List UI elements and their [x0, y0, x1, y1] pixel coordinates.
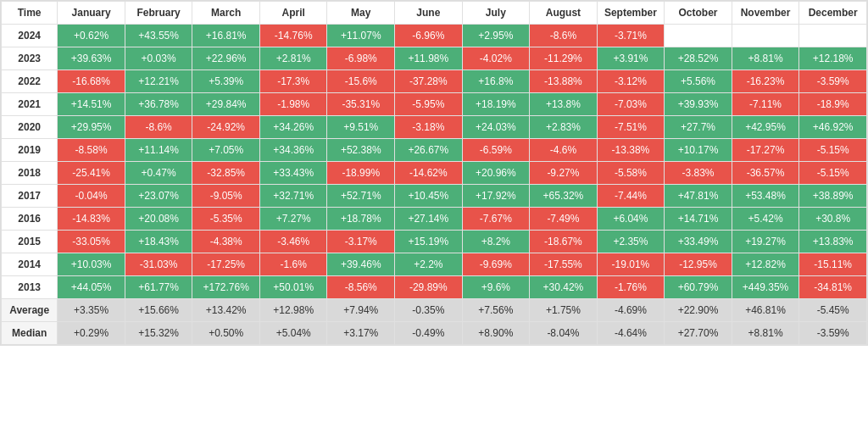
data-cell: -31.03% — [125, 253, 192, 276]
data-cell: -6.59% — [462, 139, 530, 162]
header-september: September — [597, 2, 665, 25]
data-cell: -7.67% — [462, 208, 530, 231]
data-cell: -6.96% — [395, 25, 463, 47]
year-cell: 2017 — [2, 185, 58, 208]
data-cell: -14.62% — [395, 162, 463, 185]
data-cell: -34.81% — [799, 276, 867, 299]
data-cell: -7.51% — [597, 116, 665, 139]
data-cell: -17.55% — [530, 253, 598, 276]
data-cell: -36.57% — [732, 162, 799, 185]
data-cell: -29.89% — [395, 276, 463, 299]
data-cell: -9.05% — [192, 185, 260, 208]
table-row: 2021+14.51%+36.78%+29.84%-1.98%-35.31%-5… — [2, 93, 867, 116]
data-cell: -5.35% — [192, 208, 260, 231]
data-cell: +12.82% — [732, 253, 799, 276]
data-cell: -19.01% — [597, 253, 665, 276]
year-cell: 2016 — [2, 208, 58, 231]
data-cell: +14.71% — [665, 208, 732, 231]
data-cell: +15.19% — [395, 231, 463, 253]
data-cell: +33.49% — [665, 231, 732, 253]
data-cell: +0.47% — [125, 162, 192, 185]
data-cell: +5.56% — [665, 70, 732, 93]
summary-cell: +46.81% — [732, 299, 799, 322]
data-cell: -14.76% — [259, 25, 327, 47]
data-cell: -7.11% — [732, 93, 799, 116]
data-cell: +32.71% — [259, 185, 327, 208]
data-cell: +46.92% — [799, 116, 867, 139]
data-cell: +17.92% — [462, 185, 530, 208]
data-cell: -15.6% — [327, 70, 395, 93]
summary-cell: +15.32% — [125, 322, 192, 345]
data-cell: +20.08% — [125, 208, 192, 231]
data-cell: +8.2% — [462, 231, 530, 253]
year-cell: 2013 — [2, 276, 58, 299]
summary-cell: +3.17% — [327, 322, 395, 345]
table-row: 2022-16.68%+12.21%+5.39%-17.3%-15.6%-37.… — [2, 70, 867, 93]
header-row: TimeJanuaryFebruaryMarchAprilMayJuneJuly… — [2, 2, 867, 25]
table-row: 2014+10.03%-31.03%-17.25%-1.6%+39.46%+2.… — [2, 253, 867, 276]
summary-cell: +7.56% — [462, 299, 530, 322]
data-cell: -16.23% — [732, 70, 799, 93]
table-body: 2024+0.62%+43.55%+16.81%-14.76%+11.07%-6… — [2, 25, 867, 345]
data-cell: -18.99% — [327, 162, 395, 185]
data-cell: +42.95% — [732, 116, 799, 139]
data-cell: -17.25% — [192, 253, 260, 276]
table-row: 2016-14.83%+20.08%-5.35%+7.27%+18.78%+27… — [2, 208, 867, 231]
data-cell — [732, 25, 799, 47]
data-cell: +28.52% — [665, 47, 732, 70]
data-cell: +29.95% — [58, 116, 125, 139]
data-cell: -3.12% — [597, 70, 665, 93]
data-cell: +2.83% — [530, 116, 598, 139]
data-cell: -8.6% — [530, 25, 598, 47]
data-cell: -1.76% — [597, 276, 665, 299]
summary-label: Median — [2, 322, 58, 345]
data-cell: -4.02% — [462, 47, 530, 70]
table-row: 2013+44.05%+61.77%+172.76%+50.01%-8.56%-… — [2, 276, 867, 299]
data-cell: +11.14% — [125, 139, 192, 162]
summary-cell: +8.81% — [732, 322, 799, 345]
year-cell: 2021 — [2, 93, 58, 116]
data-cell: +2.95% — [462, 25, 530, 47]
performance-table: TimeJanuaryFebruaryMarchAprilMayJuneJuly… — [1, 1, 867, 345]
data-cell: -13.88% — [530, 70, 598, 93]
data-cell: +27.7% — [665, 116, 732, 139]
data-cell: +12.21% — [125, 70, 192, 93]
data-cell: -0.04% — [58, 185, 125, 208]
table-row: 2019-8.58%+11.14%+7.05%+34.36%+52.38%+26… — [2, 139, 867, 162]
data-cell: +39.63% — [58, 47, 125, 70]
year-cell: 2019 — [2, 139, 58, 162]
header-october: October — [665, 2, 732, 25]
data-cell: +5.39% — [192, 70, 260, 93]
data-cell: +61.77% — [125, 276, 192, 299]
data-cell — [799, 25, 867, 47]
year-cell: 2018 — [2, 162, 58, 185]
data-cell: +44.05% — [58, 276, 125, 299]
data-cell: -9.27% — [530, 162, 598, 185]
data-cell: -18.9% — [799, 93, 867, 116]
data-cell: +34.26% — [259, 116, 327, 139]
data-cell: +7.05% — [192, 139, 260, 162]
data-cell: +16.81% — [192, 25, 260, 47]
data-cell: -1.6% — [259, 253, 327, 276]
data-cell: -3.71% — [597, 25, 665, 47]
summary-cell: -8.04% — [530, 322, 598, 345]
data-cell: -3.46% — [259, 231, 327, 253]
summary-cell: +7.94% — [327, 299, 395, 322]
header-time: Time — [2, 2, 58, 25]
summary-row: Average+3.35%+15.66%+13.42%+12.98%+7.94%… — [2, 299, 867, 322]
data-cell: -12.95% — [665, 253, 732, 276]
data-cell: +2.2% — [395, 253, 463, 276]
header-december: December — [799, 2, 867, 25]
data-cell: -9.69% — [462, 253, 530, 276]
data-cell: +449.35% — [732, 276, 799, 299]
year-cell: 2020 — [2, 116, 58, 139]
summary-cell: +1.75% — [530, 299, 598, 322]
header-february: February — [125, 2, 192, 25]
table-row: 2020+29.95%-8.6%-24.92%+34.26%+9.51%-3.1… — [2, 116, 867, 139]
summary-cell: -0.35% — [395, 299, 463, 322]
header-august: August — [530, 2, 598, 25]
data-cell: -7.49% — [530, 208, 598, 231]
table-row: 2017-0.04%+23.07%-9.05%+32.71%+52.71%+10… — [2, 185, 867, 208]
data-cell: +30.8% — [799, 208, 867, 231]
data-cell: -8.58% — [58, 139, 125, 162]
